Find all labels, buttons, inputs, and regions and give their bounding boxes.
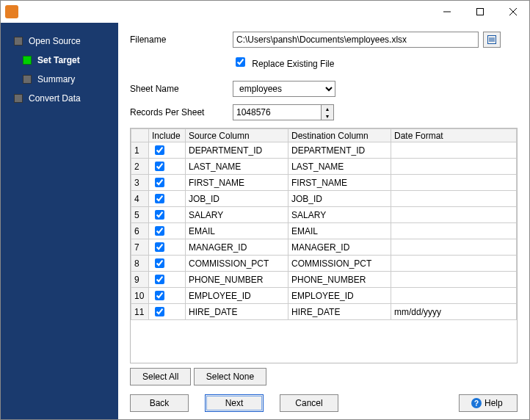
sidebar-item-summary[interactable]: Summary [1, 70, 118, 89]
table-row[interactable]: 8COMMISSION_PCTCOMMISSION_PCT [131, 256, 517, 272]
select-none-button[interactable]: Select None [194, 368, 266, 385]
table-row[interactable]: 11HIRE_DATEHIRE_DATEmm/dd/yyyy [131, 304, 517, 320]
table-row[interactable]: 4JOB_IDJOB_ID [131, 191, 517, 207]
table-row[interactable]: 9PHONE_NUMBERPHONE_NUMBER [131, 272, 517, 288]
include-checkbox[interactable] [155, 275, 164, 284]
browse-button[interactable] [483, 32, 501, 48]
table-row[interactable]: 6EMAILEMAIL [131, 223, 517, 239]
table-row[interactable]: 2LAST_NAMELAST_NAME [131, 159, 517, 175]
sidebar-item-convert-data[interactable]: Convert Data [1, 89, 118, 108]
step-marker-icon [14, 94, 23, 103]
grid-header-dateformat[interactable]: Date Format [391, 129, 517, 142]
include-checkbox[interactable] [155, 145, 164, 155]
date-format-cell[interactable] [391, 272, 517, 288]
records-per-sheet-input[interactable] [233, 104, 321, 120]
source-column-cell[interactable]: SALARY [186, 207, 288, 223]
source-column-cell[interactable]: EMAIL [186, 223, 288, 239]
sidebar-item-label: Open Source [29, 36, 81, 46]
sheet-name-label: Sheet Name [130, 84, 233, 94]
destination-column-cell[interactable]: LAST_NAME [288, 159, 391, 175]
close-button[interactable] [496, 1, 529, 23]
destination-column-cell[interactable]: PHONE_NUMBER [288, 272, 391, 288]
row-number: 2 [131, 159, 149, 175]
records-spin-down[interactable]: ▼ [322, 112, 333, 120]
replace-label-text: Replace Existing File [252, 59, 334, 69]
help-button-label: Help [484, 398, 503, 408]
column-mapping-grid[interactable]: Include Source Column Destination Column… [130, 128, 518, 363]
row-number: 10 [131, 288, 149, 304]
date-format-cell[interactable] [391, 142, 517, 159]
source-column-cell[interactable]: LAST_NAME [186, 159, 288, 175]
help-button[interactable]: ? Help [459, 394, 518, 412]
sidebar-item-label: Summary [37, 74, 75, 84]
app-icon [5, 5, 18, 18]
row-number: 9 [131, 272, 149, 288]
date-format-cell[interactable] [391, 256, 517, 272]
table-row[interactable]: 10EMPLOYEE_IDEMPLOYEE_ID [131, 288, 517, 304]
next-button[interactable]: Next [205, 394, 264, 412]
table-row[interactable]: 3FIRST_NAMEFIRST_NAME [131, 175, 517, 191]
include-checkbox[interactable] [155, 226, 164, 236]
include-checkbox[interactable] [155, 194, 164, 203]
include-checkbox[interactable] [155, 307, 164, 316]
sidebar-item-set-target[interactable]: Set Target [1, 51, 118, 70]
sidebar-item-label: Convert Data [29, 93, 81, 104]
date-format-cell[interactable] [391, 191, 517, 207]
destination-column-cell[interactable]: DEPARTMENT_ID [288, 142, 391, 159]
include-checkbox[interactable] [155, 291, 164, 300]
replace-existing-file-checkbox-label[interactable]: Replace Existing File [233, 55, 334, 69]
table-row[interactable]: 7MANAGER_IDMANAGER_ID [131, 239, 517, 256]
grid-header-include[interactable]: Include [149, 129, 186, 142]
destination-column-cell[interactable]: EMPLOYEE_ID [288, 288, 391, 304]
include-checkbox[interactable] [155, 210, 164, 220]
include-checkbox[interactable] [155, 178, 164, 187]
row-number: 7 [131, 239, 149, 256]
destination-column-cell[interactable]: MANAGER_ID [288, 239, 391, 256]
main-panel: Filename Replace Existing File Sheet Na [118, 23, 529, 419]
destination-column-cell[interactable]: FIRST_NAME [288, 175, 391, 191]
sheet-name-select[interactable]: employees [233, 81, 335, 97]
date-format-cell[interactable] [391, 159, 517, 175]
table-row[interactable]: 5SALARYSALARY [131, 207, 517, 223]
date-format-cell[interactable] [391, 175, 517, 191]
cancel-button[interactable]: Cancel [280, 394, 338, 412]
row-number: 5 [131, 207, 149, 223]
records-spin-up[interactable]: ▲ [322, 105, 333, 112]
source-column-cell[interactable]: FIRST_NAME [186, 175, 288, 191]
source-column-cell[interactable]: DEPARTMENT_ID [186, 142, 288, 159]
sidebar-item-open-source[interactable]: Open Source [1, 32, 118, 51]
maximize-button[interactable] [463, 1, 496, 23]
date-format-cell[interactable] [391, 223, 517, 239]
grid-header-source[interactable]: Source Column [186, 129, 288, 142]
source-column-cell[interactable]: EMPLOYEE_ID [186, 288, 288, 304]
destination-column-cell[interactable]: HIRE_DATE [288, 304, 391, 320]
date-format-cell[interactable] [391, 288, 517, 304]
include-checkbox[interactable] [155, 258, 164, 268]
step-marker-icon [23, 75, 32, 84]
source-column-cell[interactable]: HIRE_DATE [186, 304, 288, 320]
date-format-cell[interactable]: mm/dd/yyyy [391, 304, 517, 320]
source-column-cell[interactable]: COMMISSION_PCT [186, 256, 288, 272]
back-button[interactable]: Back [130, 394, 189, 412]
replace-existing-file-checkbox[interactable] [236, 57, 245, 67]
records-per-sheet-spinner[interactable]: ▲ ▼ [233, 104, 334, 120]
destination-column-cell[interactable]: SALARY [288, 207, 391, 223]
browse-file-icon [487, 35, 497, 45]
source-column-cell[interactable]: MANAGER_ID [186, 239, 288, 256]
table-row[interactable]: 1DEPARTMENT_IDDEPARTMENT_ID [131, 142, 517, 159]
date-format-cell[interactable] [391, 239, 517, 256]
destination-column-cell[interactable]: EMAIL [288, 223, 391, 239]
minimize-button[interactable] [430, 1, 463, 23]
include-checkbox[interactable] [155, 162, 164, 171]
select-all-button[interactable]: Select All [130, 368, 191, 385]
date-format-cell[interactable] [391, 207, 517, 223]
destination-column-cell[interactable]: JOB_ID [288, 191, 391, 207]
sidebar-item-label: Set Target [37, 55, 80, 65]
destination-column-cell[interactable]: COMMISSION_PCT [288, 256, 391, 272]
source-column-cell[interactable]: PHONE_NUMBER [186, 272, 288, 288]
wizard-window: Open Source Set Target Summary Convert D… [0, 0, 530, 420]
filename-input[interactable] [233, 32, 479, 48]
include-checkbox[interactable] [155, 242, 164, 252]
source-column-cell[interactable]: JOB_ID [186, 191, 288, 207]
grid-header-destination[interactable]: Destination Column [288, 129, 391, 142]
